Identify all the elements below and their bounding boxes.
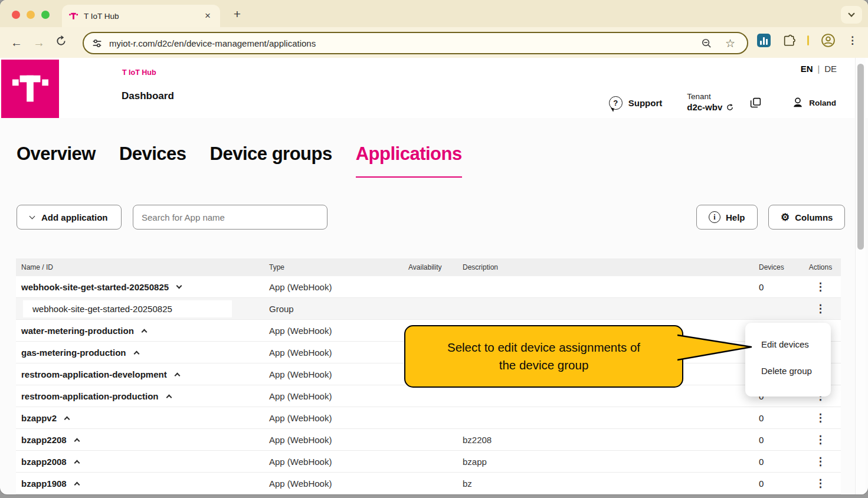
app-type: Group — [269, 304, 392, 314]
user-name: Roland — [809, 99, 836, 107]
app-name: bzapp2008 — [21, 457, 67, 467]
table-row[interactable]: webhook-site-get-started-20250825 Group … — [16, 298, 841, 320]
tenant-value: d2c-wbv — [687, 102, 722, 113]
kebab-menu-icon[interactable]: ⋮ — [815, 281, 826, 293]
app-type: App (WebHook) — [269, 479, 392, 489]
browser-menu-icon[interactable]: ⋮ — [847, 34, 857, 47]
app-name: webhook-site-get-started-20250825 — [32, 304, 172, 314]
scrollbar-track[interactable] — [855, 58, 866, 494]
table-row[interactable]: bzapp2008 App (WebHook) bzapp 0 ⋮ — [16, 451, 841, 473]
page-title: Dashboard — [122, 90, 174, 102]
new-tab-button[interactable]: + — [229, 7, 245, 21]
chevron-icon[interactable] — [74, 438, 80, 444]
column-availability[interactable]: Availability — [392, 263, 447, 271]
tab-title: T IoT Hub — [84, 12, 202, 21]
kebab-menu-icon[interactable]: ⋮ — [815, 434, 826, 445]
extensions-puzzle-icon[interactable] — [782, 34, 795, 47]
browser-window: T IoT Hub × + ← → myiot-r.com/d2c/en/dev… — [0, 0, 868, 494]
help-button[interactable]: i Help — [696, 205, 758, 230]
scrollbar-thumb[interactable] — [857, 64, 864, 250]
chevron-icon[interactable] — [74, 460, 80, 466]
kebab-menu-icon[interactable]: ⋮ — [815, 412, 826, 424]
app-type: App (WebHook) — [269, 435, 392, 445]
url-text[interactable]: myiot-r.com/d2c/en/device-management/app… — [109, 38, 701, 48]
app-name: bzappv2 — [21, 413, 57, 423]
support-button[interactable]: Support — [628, 98, 663, 108]
chevron-icon[interactable] — [74, 482, 80, 488]
columns-label: Columns — [795, 212, 833, 222]
app-name: water-metering-production — [21, 326, 134, 336]
callout-arrow — [677, 329, 754, 366]
chevron-icon[interactable] — [174, 373, 180, 379]
columns-button[interactable]: ⚙ Columns — [768, 205, 845, 230]
table-row[interactable]: restroom-application-production App (Web… — [16, 385, 841, 407]
reload-button[interactable] — [55, 35, 67, 50]
app-description: bz2208 — [447, 435, 759, 445]
macos-close-button[interactable] — [12, 11, 20, 19]
table-row[interactable]: bzapp2208 App (WebHook) bz2208 0 ⋮ — [16, 429, 841, 451]
site-settings-icon — [92, 38, 102, 48]
user-menu[interactable]: Roland — [791, 96, 836, 109]
lang-en-button[interactable]: EN — [801, 64, 813, 74]
forward-button[interactable]: → — [33, 36, 45, 50]
chevron-icon[interactable] — [64, 417, 70, 422]
table-row[interactable]: bzapp1908 App (WebHook) bz 0 ⋮ — [16, 473, 841, 494]
macos-zoom-button[interactable] — [41, 11, 50, 19]
app-type: App (WebHook) — [269, 326, 392, 336]
column-actions[interactable]: Actions — [800, 263, 841, 271]
app-header: T IoT Hub Dashboard EN | DE ? Support Te… — [0, 58, 868, 118]
tenant-selector[interactable]: Tenant d2c-wbv — [687, 92, 734, 113]
chevron-icon[interactable] — [166, 395, 172, 401]
column-description[interactable]: Description — [447, 263, 759, 271]
refresh-icon[interactable] — [726, 103, 734, 112]
zoom-out-icon[interactable] — [701, 38, 712, 49]
column-type[interactable]: Type — [269, 263, 392, 271]
tab-close-icon[interactable]: × — [202, 10, 213, 22]
chevron-down-icon — [848, 10, 854, 17]
menu-item-edit-devices[interactable]: Edit devices — [745, 331, 831, 358]
kebab-menu-icon[interactable]: ⋮ — [815, 303, 826, 314]
telekom-favicon-icon — [69, 12, 78, 21]
browser-profile-icon[interactable] — [821, 33, 836, 48]
tab-devices[interactable]: Devices — [119, 143, 186, 178]
callout-line1: Select to edit device assignments of — [447, 339, 640, 356]
devices-count: 0 — [759, 413, 800, 423]
menu-item-delete-group[interactable]: Delete group — [745, 358, 831, 384]
chevron-down-icon — [30, 214, 35, 219]
app-type: App (WebHook) — [269, 348, 392, 358]
extension-icon[interactable] — [757, 34, 771, 47]
user-icon — [791, 96, 804, 109]
column-name-id[interactable]: Name / ID — [16, 263, 269, 271]
kebab-menu-icon[interactable]: ⋮ — [815, 456, 826, 467]
copy-icon[interactable] — [749, 97, 762, 109]
app-description: bz — [447, 479, 759, 489]
browser-tab-strip: T IoT Hub × + — [0, 0, 868, 27]
address-bar[interactable]: myiot-r.com/d2c/en/device-management/app… — [83, 32, 748, 54]
tab-overview[interactable]: Overview — [17, 143, 96, 178]
app-name: restroom-application-development — [21, 369, 167, 379]
chevron-icon[interactable] — [133, 351, 139, 357]
callout-line2: the device group — [499, 356, 589, 374]
tab-applications[interactable]: Applications — [356, 143, 462, 178]
macos-minimize-button[interactable] — [27, 11, 35, 19]
chevron-icon[interactable] — [141, 329, 147, 335]
telekom-logo[interactable] — [1, 60, 59, 118]
column-devices[interactable]: Devices — [759, 263, 800, 271]
app-description: bzapp — [447, 457, 759, 467]
kebab-menu-icon[interactable]: ⋮ — [815, 477, 826, 489]
app-name: gas-metering-production — [21, 348, 126, 358]
browser-tab[interactable]: T IoT Hub × — [62, 5, 220, 27]
bookmark-star-icon[interactable]: ☆ — [725, 37, 735, 50]
back-button[interactable]: ← — [11, 36, 22, 50]
divider — [807, 35, 809, 45]
app-name: webhook-site-get-started-20250825 — [21, 282, 169, 292]
search-input[interactable] — [133, 205, 327, 230]
tab-device-groups[interactable]: Device groups — [210, 143, 332, 178]
tab-search-button[interactable] — [841, 6, 862, 24]
table-row[interactable]: webhook-site-get-started-20250825 App (W… — [16, 276, 841, 298]
lang-de-button[interactable]: DE — [824, 64, 837, 74]
table-row[interactable]: bzappv2 App (WebHook) 0 ⋮ — [16, 407, 841, 429]
app-brand-label: T IoT Hub — [122, 68, 156, 77]
chevron-icon[interactable] — [176, 283, 182, 289]
add-application-button[interactable]: Add application — [17, 205, 122, 230]
